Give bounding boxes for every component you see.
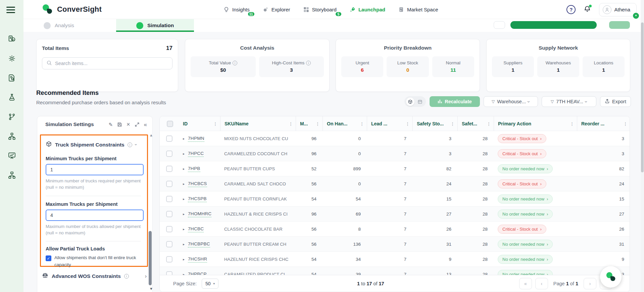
min-trucks-input[interactable]: [46, 164, 144, 175]
user-menu[interactable]: Athena ▼: [599, 3, 637, 16]
primary-action-badge[interactable]: No order needed now›: [498, 240, 553, 249]
tab-analysis[interactable]: Analysis: [44, 19, 74, 32]
row-checkbox[interactable]: [166, 151, 172, 157]
close-icon[interactable]: ×: [127, 121, 130, 127]
export-button[interactable]: Export: [600, 96, 631, 107]
search-input[interactable]: [55, 61, 168, 66]
table-row[interactable]: ▸7HOMHRC HAZELNUT & RICE CRISPS CI 96 69…: [160, 207, 630, 222]
row-checkbox[interactable]: [166, 241, 172, 247]
row-checkbox[interactable]: [166, 211, 172, 217]
partial-loads-checkbox[interactable]: ✓: [46, 255, 51, 261]
next-page-button[interactable]: ›: [584, 278, 596, 289]
item-id-link[interactable]: 7HPMN: [188, 136, 204, 142]
tab-simulation[interactable]: Simulation: [116, 19, 194, 32]
primary-action-badge[interactable]: Critical - Stock out›: [498, 149, 546, 158]
select-all-checkbox[interactable]: [167, 121, 173, 127]
nav-item-insights[interactable]: Insights 11: [223, 6, 250, 13]
table-row[interactable]: ▸7HCBPBC PEANUT BUTTER CREAM CH 56 136 7…: [160, 237, 630, 252]
expand-icon[interactable]: [135, 122, 140, 127]
row-expand-icon[interactable]: ▸: [183, 137, 185, 140]
page-scrollbar-thumb[interactable]: [641, 22, 644, 172]
presentation-chart-icon[interactable]: [8, 152, 16, 160]
row-checkbox[interactable]: [166, 166, 172, 172]
chevron-down-icon[interactable]: ›: [133, 144, 138, 145]
primary-action-badge[interactable]: No order needed now›: [498, 194, 553, 203]
table-row[interactable]: ▸7HPMN MIXED NUTS CHOCOLATE CU 96 0 7 3 …: [160, 131, 630, 146]
first-page-button[interactable]: «: [519, 278, 532, 289]
panel-scroll-up-icon[interactable]: ▲: [149, 133, 153, 137]
row-expand-icon[interactable]: ▸: [183, 212, 185, 216]
info-icon[interactable]: i: [124, 274, 129, 279]
warehouse-filter-dropdown[interactable]: ▽ Warehouse... ›: [484, 96, 538, 107]
column-menu-icon[interactable]: ⋮: [623, 121, 628, 126]
save-icon[interactable]: [117, 122, 122, 127]
edit-pencil-icon[interactable]: ✎: [108, 122, 113, 127]
info-icon[interactable]: i: [233, 61, 237, 65]
item-id-link[interactable]: 7HPB: [188, 166, 200, 172]
assistant-floating-button[interactable]: [600, 266, 622, 288]
row-checkbox[interactable]: [166, 256, 172, 262]
calendar-view-toggle-icon[interactable]: [416, 98, 424, 106]
help-icon[interactable]: ?: [566, 5, 576, 14]
item-id-link[interactable]: 7HOMHRC: [188, 211, 211, 217]
flask-experiment-icon[interactable]: [8, 93, 16, 102]
row-expand-icon[interactable]: ▸: [183, 227, 185, 231]
row-expand-icon[interactable]: ▸: [183, 257, 185, 261]
sitemap-hierarchy-icon[interactable]: [8, 132, 16, 140]
table-row[interactable]: ▸7HPCC CARAMELIZED COCONUT CH 96 0 7 3 2…: [160, 146, 630, 161]
network-nodes-icon[interactable]: [8, 171, 16, 179]
primary-action-badge[interactable]: Critical - Stock out›: [498, 179, 546, 188]
panel-scrollbar-thumb[interactable]: [149, 231, 152, 285]
prev-page-button[interactable]: ‹: [535, 278, 548, 289]
table-row[interactable]: ▸7HCSHR HAZELNUT RICE CRISPS CHC 54 34 7…: [160, 252, 630, 267]
primary-action-badge[interactable]: No order needed now›: [498, 164, 553, 173]
nav-item-explorer[interactable]: Explorer: [262, 6, 290, 13]
hamburger-menu-icon[interactable]: [6, 7, 15, 13]
column-menu-icon[interactable]: ⋮: [360, 121, 364, 126]
collapse-panel-icon[interactable]: «: [144, 122, 147, 127]
info-icon[interactable]: i: [306, 61, 311, 65]
document-audit-icon[interactable]: [8, 74, 16, 82]
notifications-bell-icon[interactable]: [584, 5, 591, 14]
row-expand-icon[interactable]: ▸: [183, 197, 185, 201]
primary-action-badge[interactable]: No order needed now›: [498, 255, 553, 264]
primary-action-badge[interactable]: Critical - Stock out›: [498, 134, 546, 143]
brand-logo[interactable]: ConverSight: [42, 4, 102, 15]
column-menu-icon[interactable]: ⋮: [213, 121, 217, 126]
column-menu-icon[interactable]: ⋮: [289, 121, 293, 126]
primary-action-badge[interactable]: Critical - Stock out›: [498, 225, 546, 234]
item-id-link[interactable]: 7HCBPBC: [188, 241, 210, 247]
row-checkbox[interactable]: [166, 196, 172, 202]
table-row[interactable]: ▸7HPBCP CARAMELIZED PRODUCT CL 54 39 7 1…: [160, 267, 630, 276]
secondary-action-button[interactable]: [494, 21, 505, 29]
settings-gear-icon[interactable]: [8, 54, 16, 63]
tertiary-action-button[interactable]: [609, 21, 630, 29]
item-id-link[interactable]: 7HCSPB: [188, 196, 207, 202]
column-menu-icon[interactable]: ⋮: [487, 121, 491, 126]
grid-view-toggle-icon[interactable]: [406, 98, 414, 106]
column-menu-icon[interactable]: ⋮: [405, 121, 410, 126]
primary-action-button[interactable]: [510, 21, 597, 29]
nav-item-market-space[interactable]: Market Space: [398, 6, 438, 13]
table-row[interactable]: ▸7HPB PEANUT BUTTER CUPS 52 899 7 82 28 …: [160, 161, 630, 176]
column-menu-icon[interactable]: ⋮: [570, 121, 574, 126]
item-filter-dropdown[interactable]: ▽ 7TH HEAV... ›: [542, 96, 596, 107]
page-scrollbar[interactable]: [641, 0, 644, 292]
info-icon[interactable]: i: [128, 142, 132, 147]
column-menu-icon[interactable]: ⋮: [315, 121, 320, 126]
nav-item-storyboard[interactable]: Storyboard 5: [303, 6, 337, 13]
table-row[interactable]: ▸7HCBCS CARAMEL AND SALT CHOCO 56 0 7 24…: [160, 176, 630, 191]
column-menu-icon[interactable]: ⋮: [450, 121, 455, 126]
primary-action-badge[interactable]: No order needed now›: [498, 210, 553, 219]
table-row[interactable]: ▸7HCBC CLASSIC CHOCOLATE BAR 56 8 7 26 2…: [160, 222, 630, 237]
row-expand-icon[interactable]: ▸: [183, 182, 185, 186]
row-expand-icon[interactable]: ▸: [183, 152, 185, 156]
git-branch-icon[interactable]: [8, 113, 16, 121]
recalculate-button[interactable]: Recalculate: [430, 96, 480, 107]
page-size-select[interactable]: 50 ▾: [202, 279, 218, 289]
item-id-link[interactable]: 7HCBC: [188, 226, 204, 232]
report-feedback-icon[interactable]: [8, 35, 16, 43]
table-row[interactable]: ▸7HCSPB PEANUT BUTTER CORNFLAK 54 54 7 1…: [160, 191, 630, 207]
item-id-link[interactable]: 7HCBCS: [188, 181, 207, 187]
advanced-wos-section[interactable]: Advanced WOS Constraints i ›: [42, 272, 149, 280]
